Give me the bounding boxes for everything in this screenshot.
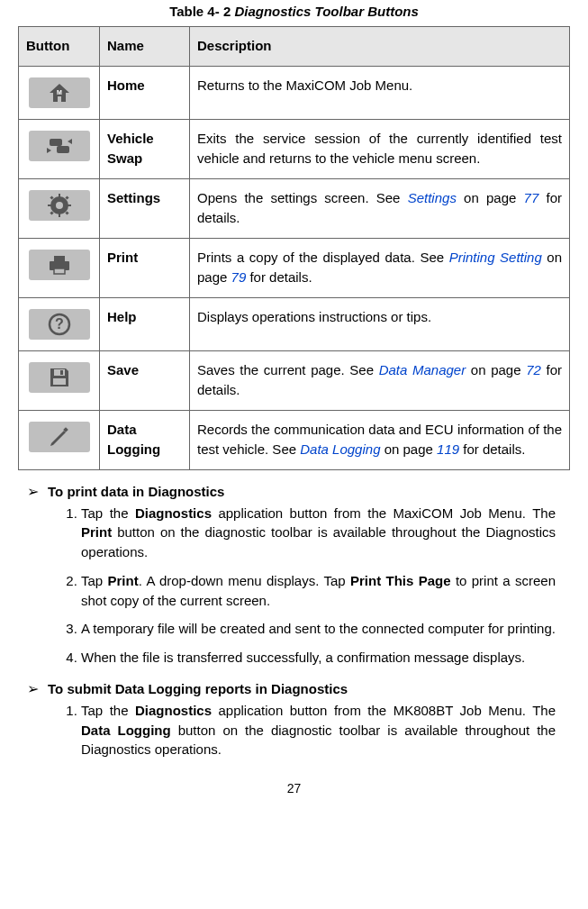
page-number: 27 <box>18 781 570 795</box>
svg-rect-2 <box>50 139 62 146</box>
button-icon-cell <box>19 178 100 238</box>
caption-title: Diagnostics Toolbar Buttons <box>234 4 418 19</box>
page-ref[interactable]: 72 <box>526 362 541 377</box>
step-item: Tap the Diagnostics application button f… <box>81 701 556 759</box>
button-name-cell: Settings <box>100 178 190 238</box>
svg-text:?: ? <box>55 316 64 332</box>
page-ref[interactable]: 119 <box>437 441 459 457</box>
step-item: Tap Print. A drop-down menu displays. Ta… <box>81 571 556 611</box>
step-item: Tap the Diagnostics application button f… <box>81 504 556 562</box>
table-row: SettingsOpens the settings screen. See S… <box>19 178 570 238</box>
button-description-cell: Exits the service session of the current… <box>190 119 570 178</box>
table-caption: Table 4- 2 Diagnostics Toolbar Buttons <box>18 4 570 19</box>
page-ref[interactable]: 79 <box>231 269 247 285</box>
svg-rect-7 <box>59 214 60 217</box>
svg-rect-8 <box>48 205 51 206</box>
section-heading: ➢To print data in Diagnostics <box>27 483 570 500</box>
svg-rect-6 <box>59 194 60 197</box>
button-icon-cell: ? <box>19 297 100 350</box>
button-description-cell: Saves the current page. See Data Manager… <box>190 350 570 410</box>
svg-rect-3 <box>57 146 69 153</box>
settings-icon <box>29 190 90 221</box>
caption-label: Table 4- 2 <box>169 4 231 19</box>
section-heading: ➢To submit Data Logging reports in Diagn… <box>27 680 570 697</box>
table-row: Data LoggingRecords the communication da… <box>19 410 570 469</box>
step-item: A temporary file will be created and sen… <box>81 619 556 639</box>
button-icon-cell <box>19 410 100 469</box>
table-row: ?HelpDisplays operations instructions or… <box>19 297 570 350</box>
xref-link[interactable]: Settings <box>408 190 457 205</box>
button-description-cell: Opens the settings screen. See Settings … <box>190 178 570 238</box>
svg-rect-0 <box>58 96 61 102</box>
xref-link[interactable]: Data Manager <box>379 362 466 377</box>
table-header-row: Button Name Description <box>19 27 570 67</box>
xref-link[interactable]: Printing Setting <box>449 250 542 265</box>
page-ref[interactable]: 77 <box>524 190 539 205</box>
data-logging-icon <box>29 422 90 452</box>
button-description-cell: Records the communication data and ECU i… <box>190 410 570 469</box>
svg-rect-19 <box>54 369 65 376</box>
svg-rect-15 <box>54 256 65 261</box>
table-row: PrintPrints a copy of the displayed data… <box>19 238 570 297</box>
button-icon-cell: M <box>19 66 100 119</box>
bullet-arrow-icon: ➢ <box>27 483 39 500</box>
button-description-cell: Displays operations instructions or tips… <box>190 297 570 350</box>
svg-rect-21 <box>53 378 66 385</box>
svg-point-5 <box>56 202 63 209</box>
xref-link[interactable]: Data Logging <box>300 441 380 457</box>
page: Table 4- 2 Diagnostics Toolbar Buttons B… <box>0 4 588 909</box>
button-name-cell: Home <box>100 66 190 119</box>
toolbar-buttons-table: Button Name Description MHomeReturns to … <box>18 26 570 470</box>
svg-rect-20 <box>60 370 63 375</box>
button-description-cell: Returns to the MaxiCOM Job Menu. <box>190 66 570 119</box>
step-item: When the file is transferred successfull… <box>81 648 556 668</box>
help-icon: ? <box>29 309 90 340</box>
svg-rect-16 <box>54 268 65 274</box>
header-name: Name <box>100 27 190 67</box>
steps-list: Tap the Diagnostics application button f… <box>63 701 570 759</box>
section-title: To submit Data Logging reports in Diagno… <box>48 681 348 696</box>
section-title: To print data in Diagnostics <box>48 484 224 499</box>
svg-text:M: M <box>57 89 62 95</box>
button-name-cell: Print <box>100 238 190 297</box>
button-name-cell: Help <box>100 297 190 350</box>
home-icon: M <box>29 77 90 108</box>
header-description: Description <box>190 27 570 67</box>
table-row: MHomeReturns to the MaxiCOM Job Menu. <box>19 66 570 119</box>
header-button: Button <box>19 27 100 67</box>
table-row: Vehicle SwapExits the service session of… <box>19 119 570 178</box>
button-name-cell: Data Logging <box>100 410 190 469</box>
print-icon <box>29 250 90 280</box>
steps-list: Tap the Diagnostics application button f… <box>63 504 570 668</box>
button-name-cell: Save <box>100 350 190 410</box>
button-description-cell: Prints a copy of the displayed data. See… <box>190 238 570 297</box>
vehicle-swap-icon <box>29 131 90 161</box>
table-row: SaveSaves the current page. See Data Man… <box>19 350 570 410</box>
save-icon <box>29 362 90 393</box>
button-icon-cell <box>19 238 100 297</box>
svg-rect-9 <box>68 205 71 206</box>
button-icon-cell <box>19 119 100 178</box>
button-icon-cell <box>19 350 100 410</box>
button-name-cell: Vehicle Swap <box>100 119 190 178</box>
bullet-arrow-icon: ➢ <box>27 680 39 697</box>
